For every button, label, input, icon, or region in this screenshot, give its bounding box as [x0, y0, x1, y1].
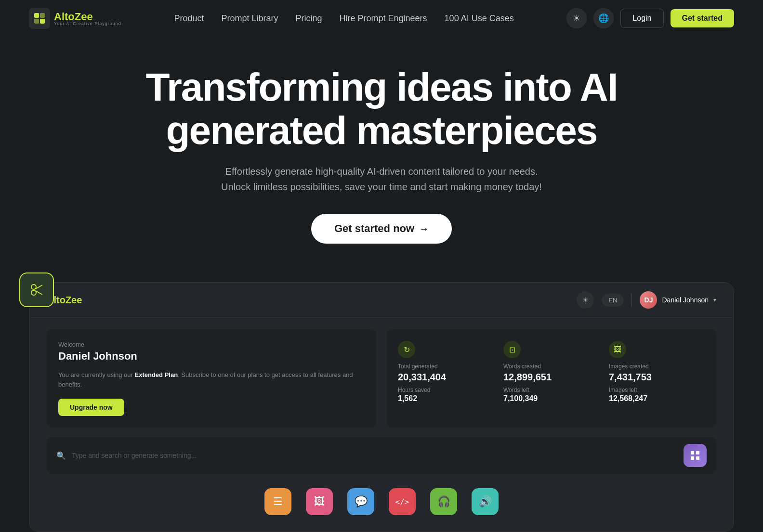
hero-cta-label: Get started now — [334, 222, 414, 235]
dashboard-preview: AltoZee ☀ EN DJ Daniel Johnson ▾ W — [29, 282, 734, 532]
user-avatar: DJ — [640, 291, 657, 309]
welcome-label: Welcome — [58, 341, 365, 348]
nav-actions: ☀ 🌐 Login Get started — [566, 8, 734, 28]
tool-row: ☰ 🖼 💬 </> 🎧 🔊 — [47, 483, 716, 520]
welcome-card: Welcome Daniel Johnson You are currently… — [47, 329, 377, 428]
svg-rect-10 — [691, 456, 694, 460]
tool-chat[interactable]: 💬 — [347, 488, 374, 515]
svg-point-5 — [31, 290, 36, 295]
chat-icon: 💬 — [355, 495, 368, 508]
text-icon: ☰ — [273, 495, 283, 508]
nav-product[interactable]: Product — [174, 13, 204, 24]
dash-header: AltoZee ☀ EN DJ Daniel Johnson ▾ — [29, 283, 734, 318]
dash-theme-button[interactable]: ☀ — [577, 291, 594, 309]
navbar: AltoZee Your AI Creative Playground Prod… — [0, 0, 763, 37]
search-icon: 🔍 — [56, 451, 66, 460]
svg-rect-8 — [691, 451, 694, 454]
svg-rect-2 — [34, 19, 39, 24]
stat-icon-words: ⊡ — [503, 341, 521, 358]
language-button[interactable]: 🌐 — [593, 8, 614, 28]
user-name: Daniel Johnson — [662, 296, 709, 304]
theme-toggle-button[interactable]: ☀ — [566, 8, 587, 28]
nav-hire-prompt-engineers[interactable]: Hire Prompt Engineers — [340, 13, 427, 24]
tool-code[interactable]: </> — [389, 488, 416, 515]
dash-language-button[interactable]: EN — [602, 294, 624, 307]
stats-card: ↻ Total generated 20,331,404 Hours saved… — [386, 329, 716, 428]
svg-rect-1 — [40, 13, 45, 18]
svg-rect-3 — [40, 19, 45, 24]
nav-pricing[interactable]: Pricing — [296, 13, 322, 24]
arrow-icon: → — [419, 223, 429, 234]
svg-line-6 — [36, 285, 42, 289]
user-info[interactable]: DJ Daniel Johnson ▾ — [640, 291, 716, 309]
stat-icon-generated: ↻ — [398, 341, 415, 358]
search-right — [684, 444, 707, 467]
dashboard-card: AltoZee ☀ EN DJ Daniel Johnson ▾ W — [29, 282, 734, 532]
hero-subtitle: Effortlessly generate high-quality AI-dr… — [218, 164, 545, 195]
stat-total-generated: ↻ Total generated 20,331,404 Hours saved… — [398, 341, 494, 416]
svg-rect-11 — [696, 456, 699, 460]
header-divider — [631, 293, 632, 307]
tool-voice[interactable]: 🔊 — [472, 488, 499, 515]
logo-icon — [29, 8, 50, 29]
stat-words-created: ⊡ Words created 12,899,651 Words left 7,… — [503, 341, 599, 416]
chevron-down-icon: ▾ — [713, 297, 716, 303]
dash-header-right: ☀ EN DJ Daniel Johnson ▾ — [577, 291, 716, 309]
upgrade-button[interactable]: Upgrade now — [58, 399, 124, 416]
nav-links: Product Prompt Library Pricing Hire Prom… — [174, 13, 513, 24]
sun-icon: ☀ — [573, 13, 580, 24]
dash-grid-top: Welcome Daniel Johnson You are currently… — [47, 329, 716, 428]
nav-100-ai-use-cases[interactable]: 100 AI Use Cases — [445, 13, 514, 24]
logo: AltoZee Your AI Creative Playground — [29, 8, 121, 29]
tool-image[interactable]: 🖼 — [306, 488, 333, 515]
scissors-icon — [29, 282, 44, 298]
dash-content: Welcome Daniel Johnson You are currently… — [29, 318, 734, 532]
hero-cta-button[interactable]: Get started now → — [311, 214, 452, 244]
welcome-desc: You are currently using our Extended Pla… — [58, 370, 365, 389]
nav-prompt-library[interactable]: Prompt Library — [221, 13, 278, 24]
corner-badge — [19, 272, 54, 307]
grid-icon-badge — [684, 444, 707, 467]
svg-point-4 — [31, 285, 36, 289]
globe-icon: 🌐 — [598, 13, 609, 24]
tool-text[interactable]: ☰ — [264, 488, 291, 515]
svg-rect-9 — [696, 451, 699, 454]
hero-section: Transforming ideas into AI generated mas… — [0, 37, 763, 263]
dash-sun-icon: ☀ — [582, 296, 589, 304]
logo-subtitle: Your AI Creative Playground — [54, 21, 121, 26]
svg-line-7 — [36, 291, 42, 295]
welcome-name: Daniel Johnson — [58, 350, 365, 363]
hero-title: Transforming ideas into AI generated mas… — [10, 65, 753, 152]
speaker-icon: 🔊 — [479, 495, 492, 508]
grid-icon — [689, 450, 701, 461]
image-icon: 🖼 — [314, 495, 325, 508]
get-started-button[interactable]: Get started — [671, 9, 734, 27]
headphones-icon: 🎧 — [437, 495, 450, 508]
dashboard-search[interactable]: 🔍 Type and search or generate something.… — [47, 437, 716, 474]
tool-audio[interactable]: 🎧 — [430, 488, 457, 515]
code-icon: </> — [395, 497, 409, 506]
stat-images-created: 🖼 Images created 7,431,753 Images left 1… — [609, 341, 705, 416]
search-placeholder-text: Type and search or generate something... — [72, 452, 197, 459]
stat-icon-images: 🖼 — [609, 341, 626, 358]
login-button[interactable]: Login — [620, 9, 663, 28]
svg-rect-0 — [34, 13, 39, 18]
